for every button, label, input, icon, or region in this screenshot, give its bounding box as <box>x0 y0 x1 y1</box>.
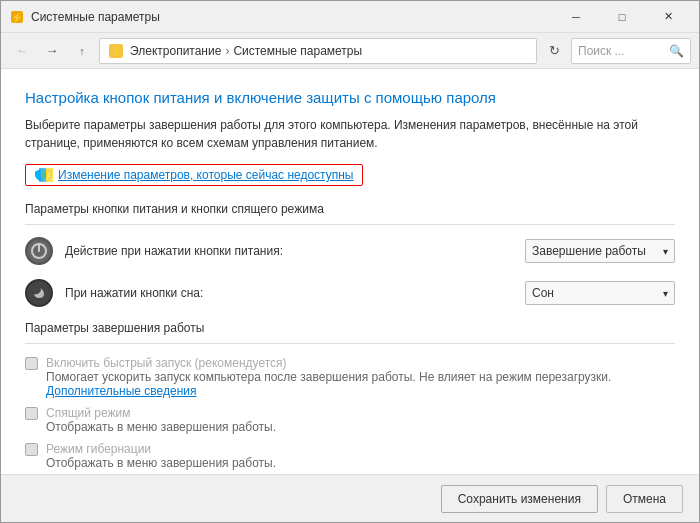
close-button[interactable]: ✕ <box>645 1 691 33</box>
hibernate-checkbox[interactable] <box>25 443 38 456</box>
page-description: Выберите параметры завершения работы для… <box>25 116 675 152</box>
address-part1: Электропитание <box>130 44 221 58</box>
power-button-icon <box>25 237 53 265</box>
sleep-button-icon <box>25 279 53 307</box>
hibernate-content: Режим гибернации Отображать в меню завер… <box>46 442 276 470</box>
svg-rect-5 <box>46 168 53 182</box>
address-icon: ⚡ <box>108 43 124 59</box>
forward-button[interactable]: → <box>39 38 65 64</box>
svg-rect-4 <box>39 168 46 182</box>
cancel-button[interactable]: Отмена <box>606 485 683 513</box>
address-bar[interactable]: ⚡ Электропитание › Системные параметры <box>99 38 537 64</box>
fast-startup-checkbox[interactable] <box>25 357 38 370</box>
power-button-row: Действие при нажатии кнопки питания: Зав… <box>25 237 675 265</box>
sleep-button-dropdown[interactable]: Сон ▾ <box>525 281 675 305</box>
sleep-mode-label: Спящий режим <box>46 406 276 420</box>
sleep-mode-desc: Отображать в меню завершения работы. <box>46 420 276 434</box>
hibernate-desc: Отображать в меню завершения работы. <box>46 456 276 470</box>
divider-1 <box>25 224 675 225</box>
fast-startup-label: Включить быстрый запуск (рекомендуется) <box>46 356 675 370</box>
back-button[interactable]: ← <box>9 38 35 64</box>
sleep-button-label: При нажатии кнопки сна: <box>65 286 513 300</box>
hibernate-label: Режим гибернации <box>46 442 276 456</box>
title-bar: ⚡ Системные параметры ─ □ ✕ <box>1 1 699 33</box>
search-icon: 🔍 <box>669 44 684 58</box>
sleep-mode-row: Спящий режим Отображать в меню завершени… <box>25 406 675 434</box>
shutdown-section-label: Параметры завершения работы <box>25 321 675 335</box>
window-title: Системные параметры <box>31 10 553 24</box>
power-button-dropdown[interactable]: Завершение работы ▾ <box>525 239 675 263</box>
minimize-button[interactable]: ─ <box>553 1 599 33</box>
page-title: Настройка кнопок питания и включение защ… <box>25 89 675 106</box>
search-box[interactable]: Поиск ... 🔍 <box>571 38 691 64</box>
fast-startup-content: Включить быстрый запуск (рекомендуется) … <box>46 356 675 398</box>
fast-startup-link[interactable]: Дополнительные сведения <box>46 384 196 398</box>
address-part2: Системные параметры <box>233 44 362 58</box>
change-settings-label: Изменение параметров, которые сейчас нед… <box>58 168 354 182</box>
sleep-button-value: Сон <box>532 286 554 300</box>
sleep-button-chevron-icon: ▾ <box>663 288 668 299</box>
save-button[interactable]: Сохранить изменения <box>441 485 598 513</box>
fast-startup-desc: Помогает ускорить запуск компьютера посл… <box>46 370 675 398</box>
footer: Сохранить изменения Отмена <box>1 474 699 522</box>
power-button-label: Действие при нажатии кнопки питания: <box>65 244 513 258</box>
divider-2 <box>25 343 675 344</box>
window-controls: ─ □ ✕ <box>553 1 691 33</box>
window: ⚡ Системные параметры ─ □ ✕ ← → ↑ ⚡ Элек… <box>0 0 700 523</box>
sleep-mode-checkbox[interactable] <box>25 407 38 420</box>
search-placeholder: Поиск ... <box>578 44 665 58</box>
sleep-button-row: При нажатии кнопки сна: Сон ▾ <box>25 279 675 307</box>
change-settings-link[interactable]: Изменение параметров, которые сейчас нед… <box>25 164 363 186</box>
svg-text:⚡: ⚡ <box>111 46 123 58</box>
sleep-mode-content: Спящий режим Отображать в меню завершени… <box>46 406 276 434</box>
window-icon: ⚡ <box>9 9 25 25</box>
address-separator: › <box>225 44 229 58</box>
power-buttons-section-label: Параметры кнопки питания и кнопки спящег… <box>25 202 675 216</box>
refresh-button[interactable]: ↻ <box>541 38 567 64</box>
main-content: Настройка кнопок питания и включение защ… <box>1 69 699 474</box>
up-button[interactable]: ↑ <box>69 38 95 64</box>
power-button-chevron-icon: ▾ <box>663 246 668 257</box>
shield-icon-detail <box>39 168 53 182</box>
hibernate-row: Режим гибернации Отображать в меню завер… <box>25 442 675 470</box>
svg-text:⚡: ⚡ <box>11 11 24 24</box>
maximize-button[interactable]: □ <box>599 1 645 33</box>
power-button-value: Завершение работы <box>532 244 646 258</box>
fast-startup-row: Включить быстрый запуск (рекомендуется) … <box>25 356 675 398</box>
nav-bar: ← → ↑ ⚡ Электропитание › Системные парам… <box>1 33 699 69</box>
